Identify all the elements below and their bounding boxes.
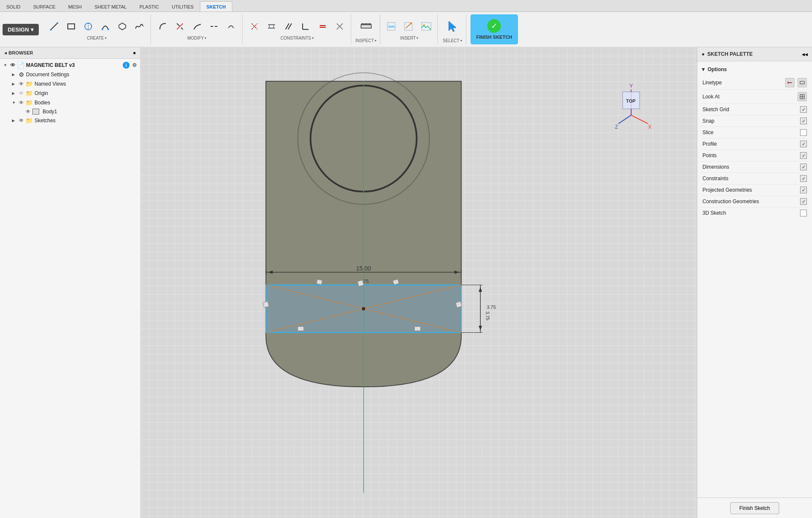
doc-settings-toggle[interactable]: ▶ <box>12 72 17 77</box>
bodies-toggle[interactable]: ▼ <box>12 101 17 105</box>
tab-sheet-metal[interactable]: SHEET METAL <box>88 1 133 12</box>
sketch-rectangle[interactable] <box>263 279 462 333</box>
parallel-tool[interactable] <box>281 19 296 34</box>
linetype-icon-1[interactable] <box>785 78 795 87</box>
svg-rect-26 <box>361 25 371 28</box>
palette-collapse-left[interactable]: ◂◂ <box>802 51 808 58</box>
bodies-icon: 📁 <box>26 99 33 106</box>
circle-tool[interactable] <box>81 19 96 34</box>
linetype-icon-2[interactable] <box>798 78 807 87</box>
bodies-eye[interactable]: 👁 <box>19 100 24 106</box>
palette-icon: ● <box>702 51 705 57</box>
modify-icons <box>155 19 239 34</box>
tab-mesh[interactable]: MESH <box>62 1 88 12</box>
tab-plastic[interactable]: PLASTIC <box>133 1 165 12</box>
insert-icons: SVG <box>384 19 434 34</box>
rectangle-tool[interactable] <box>64 19 79 34</box>
perpendicular-tool[interactable] <box>298 19 313 34</box>
select-tool[interactable] <box>442 16 462 37</box>
trim-tool[interactable] <box>172 19 188 34</box>
insert-dxf-tool[interactable] <box>402 19 417 34</box>
tree-item-bodies[interactable]: ▼ 👁 📁 Bodies <box>0 98 140 107</box>
finish-sketch-footer-button[interactable]: Finish Sketch <box>730 502 779 514</box>
projected-geometries-checkbox[interactable] <box>800 187 807 193</box>
snap-checkbox[interactable] <box>800 118 807 124</box>
palette-row-projected-geometries: Projected Geometries <box>701 184 809 196</box>
palette-row-construction-geometries: Construction Geometries <box>701 196 809 207</box>
insert-label[interactable]: INSERT ▾ <box>400 36 419 40</box>
offset-tool[interactable] <box>223 19 239 34</box>
tab-solid[interactable]: SOLID <box>0 1 27 12</box>
tree-item-body1[interactable]: 👁 Body1 <box>0 107 140 116</box>
inspect-label[interactable]: INSPECT ▾ <box>355 38 376 43</box>
horizontal-tool[interactable] <box>264 19 279 34</box>
insert-svg-tool[interactable]: SVG <box>384 19 400 34</box>
root-eye[interactable]: 👁 <box>10 62 15 68</box>
named-views-toggle[interactable]: ▶ <box>12 82 17 86</box>
fix-tool[interactable] <box>332 19 347 34</box>
line-tool[interactable] <box>46 19 62 34</box>
fillet-tool[interactable] <box>155 19 170 34</box>
modify-label[interactable]: MODIFY ▾ <box>187 36 206 40</box>
root-settings-badge[interactable]: ⚙ <box>132 62 137 68</box>
tab-surface[interactable]: SURFACE <box>27 1 62 12</box>
create-label[interactable]: CREATE ▾ <box>87 36 107 40</box>
section-triangle: ▼ <box>701 66 706 72</box>
insert-section: SVG <box>381 14 438 44</box>
polygon-tool[interactable] <box>115 19 130 34</box>
dimensions-checkbox[interactable] <box>800 164 807 170</box>
constraints-label[interactable]: CONSTRAINTS ▾ <box>280 36 314 40</box>
constraints-checkbox[interactable] <box>800 175 807 182</box>
svg-point-2 <box>57 22 58 24</box>
named-views-eye[interactable]: 👁 <box>19 81 24 87</box>
tree-item-named-views[interactable]: ▶ 👁 📁 Named Views <box>0 79 140 89</box>
palette-section-options[interactable]: ▼ Options <box>701 65 809 76</box>
palette-row-constraints: Constraints <box>701 173 809 184</box>
equal-tool[interactable] <box>315 19 330 34</box>
arc-tool[interactable] <box>98 19 113 34</box>
finish-sketch-button[interactable]: ✓ FINISH SKETCH <box>471 14 517 44</box>
design-button[interactable]: DESIGN ▾ <box>3 24 39 35</box>
palette-row-linetype: Linetype <box>701 76 809 90</box>
break-tool[interactable] <box>206 19 222 34</box>
browser-title: ◂ BROWSER <box>4 50 33 56</box>
tree-item-root[interactable]: ▼ 👁 📄 MAGNETIC BELT v3 i ⚙ <box>0 60 140 70</box>
doc-settings-label: Document Settings <box>26 72 137 78</box>
sketch-grid-checkbox[interactable] <box>800 106 807 113</box>
origin-toggle[interactable]: ▶ <box>12 91 17 95</box>
tab-utilities[interactable]: UTILITIES <box>165 1 200 12</box>
dimension-375: 3.75 3.75 <box>461 285 496 333</box>
slice-checkbox[interactable] <box>800 129 807 136</box>
construction-geometries-checkbox[interactable] <box>800 198 807 205</box>
canvas-area[interactable]: 15.00 75 3.75 3.75 <box>141 47 697 518</box>
points-checkbox[interactable] <box>800 152 807 159</box>
svg-rect-48 <box>415 327 421 331</box>
profile-checkbox[interactable] <box>800 141 807 147</box>
sketches-toggle[interactable]: ▶ <box>12 118 17 123</box>
inspect-icons <box>356 16 376 37</box>
sketches-eye[interactable]: 👁 <box>19 118 24 124</box>
root-toggle[interactable]: ▼ <box>3 63 9 67</box>
origin-eye[interactable]: 👁 <box>19 90 24 96</box>
spline-tool[interactable] <box>132 19 147 34</box>
tree-item-document-settings[interactable]: ▶ ⚙ Document Settings <box>0 70 140 79</box>
tab-sketch[interactable]: SKETCH <box>200 1 232 12</box>
3d-sketch-checkbox[interactable] <box>800 210 807 216</box>
extend-tool[interactable] <box>189 19 205 34</box>
body1-shape-icon <box>32 109 39 115</box>
tree-item-sketches[interactable]: ▶ 👁 📁 Sketches <box>0 116 140 125</box>
browser-options-icon[interactable]: ● <box>133 50 136 56</box>
look-at-icon[interactable] <box>798 92 807 101</box>
palette-row-dimensions: Dimensions <box>701 161 809 173</box>
tree-item-origin[interactable]: ▶ 👁 📁 Origin <box>0 89 140 98</box>
insert-image-tool[interactable] <box>419 19 434 34</box>
root-info-badge[interactable]: i <box>123 62 130 69</box>
body1-eye[interactable]: 👁 <box>26 109 31 115</box>
browser-collapse-icon[interactable]: ◂ <box>4 50 7 56</box>
svg-text:Y: Y <box>630 83 633 89</box>
svg-rect-75 <box>800 81 804 84</box>
coincident-tool[interactable] <box>247 19 262 34</box>
measure-tool[interactable] <box>356 16 376 37</box>
select-label[interactable]: SELECT ▾ <box>443 38 462 43</box>
origin-icon: 📁 <box>26 90 33 97</box>
